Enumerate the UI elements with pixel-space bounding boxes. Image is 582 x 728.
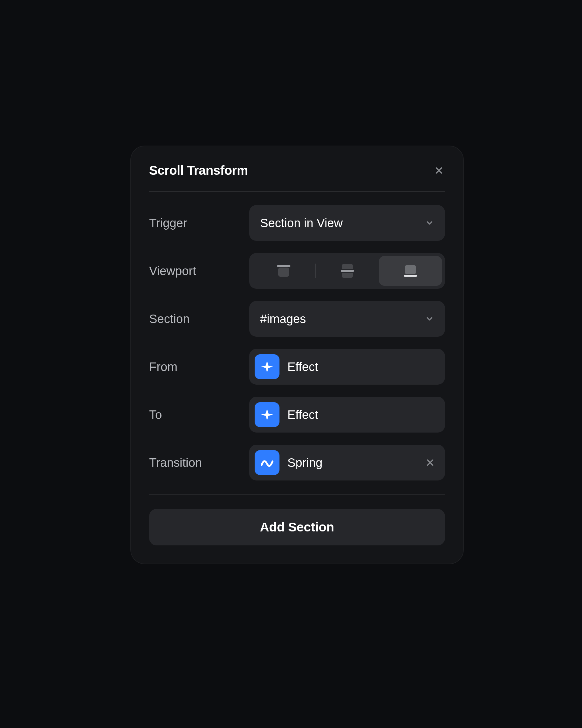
viewport-top-icon — [275, 262, 292, 279]
label-transition: Transition — [149, 456, 249, 470]
viewport-bottom-option[interactable] — [379, 256, 442, 286]
trigger-value: Section in View — [260, 216, 343, 230]
row-from: From Effect — [149, 349, 445, 385]
row-transition: Transition Spring — [149, 445, 445, 480]
to-effect-label: Effect — [287, 408, 440, 422]
section-value: #images — [260, 312, 306, 326]
to-effect-button[interactable]: Effect — [249, 397, 445, 433]
wave-icon — [255, 450, 279, 475]
sparkle-icon — [255, 354, 279, 379]
transition-label: Spring — [287, 456, 418, 470]
label-from: From — [149, 360, 249, 374]
add-section-button[interactable]: Add Section — [149, 509, 445, 545]
from-effect-label: Effect — [287, 360, 440, 374]
sparkle-icon — [255, 402, 279, 427]
row-section: Section #images — [149, 301, 445, 337]
label-section: Section — [149, 312, 249, 326]
panel-title: Scroll Transform — [149, 163, 248, 178]
viewport-bottom-icon — [402, 262, 419, 279]
label-trigger: Trigger — [149, 216, 249, 230]
transition-button[interactable]: Spring — [249, 445, 445, 480]
close-button[interactable] — [433, 164, 445, 177]
label-to: To — [149, 408, 249, 422]
from-effect-button[interactable]: Effect — [249, 349, 445, 385]
viewport-middle-option[interactable] — [316, 256, 379, 286]
trigger-select[interactable]: Section in View — [249, 205, 445, 241]
footer-divider — [149, 494, 445, 495]
chevron-down-icon — [425, 218, 434, 228]
row-to: To Effect — [149, 397, 445, 433]
close-icon — [434, 166, 443, 175]
chevron-down-icon — [425, 314, 434, 323]
row-viewport: Viewport — [149, 253, 445, 289]
row-trigger: Trigger Section in View — [149, 205, 445, 241]
panel-header: Scroll Transform — [149, 163, 445, 192]
transition-remove-button[interactable] — [425, 458, 435, 467]
section-select[interactable]: #images — [249, 301, 445, 337]
viewport-middle-icon — [339, 262, 356, 279]
scroll-transform-panel: Scroll Transform Trigger Section in View — [130, 146, 464, 564]
viewport-top-option[interactable] — [252, 256, 315, 286]
label-viewport: Viewport — [149, 264, 249, 278]
viewport-segmented — [249, 253, 445, 289]
